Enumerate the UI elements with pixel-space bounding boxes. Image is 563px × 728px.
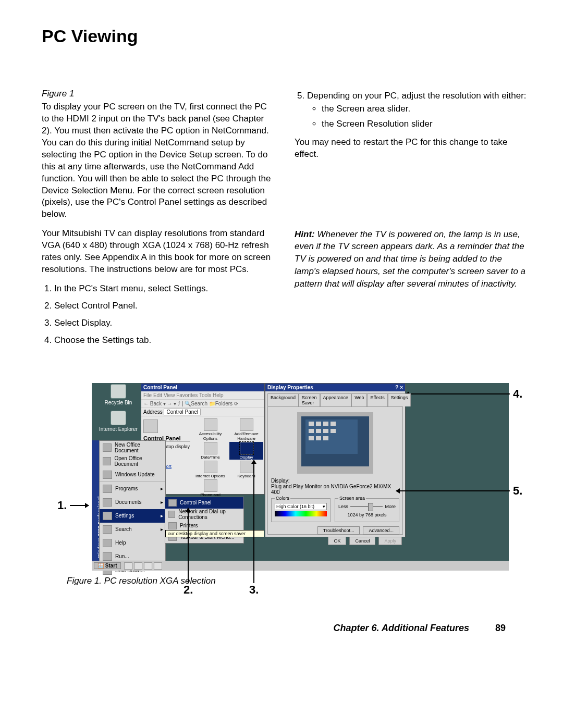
document-icon: [103, 457, 111, 465]
callout-4: 4.: [513, 387, 522, 401]
figure-1: 1. Recycle Bin Internet Explorer Control…: [67, 383, 520, 571]
cp-address-bar[interactable]: Address Control Panel: [141, 408, 264, 416]
arrow-4: [406, 393, 510, 394]
cp-folders-button[interactable]: Folders: [215, 401, 232, 406]
submenu-control-panel[interactable]: Control Panel: [165, 497, 243, 509]
submenu-label: Control Panel: [180, 500, 212, 505]
page-title: PC Viewing: [42, 26, 527, 46]
dp-tabs: Background Screen Saver Appearance Web E…: [265, 391, 405, 406]
desktop-icon-internet-explorer[interactable]: Internet Explorer: [95, 411, 142, 432]
screen-area-value: 1024 by 768 pixels: [338, 512, 396, 517]
printers-icon: [168, 522, 177, 529]
cp-back-button[interactable]: Back: [150, 401, 162, 406]
start-menu-label: Help: [115, 540, 126, 546]
cp-toolbar[interactable]: ← Back ▾ → ▾ ⤴ | 🔍Search 📁Folders ⟳: [141, 399, 264, 408]
documents-icon: [103, 498, 112, 507]
submenu-label: Printers: [180, 523, 198, 528]
advanced-button[interactable]: Advanced...: [363, 526, 399, 535]
address-value[interactable]: Control Panel: [164, 409, 201, 415]
callout-1: 1.: [57, 499, 67, 512]
figure-caption: Figure 1. PC resolution XGA selection: [67, 576, 527, 586]
footer-chapter: Chapter 6. Additional Features: [334, 623, 469, 634]
step-4: Choose the Settings tab.: [54, 335, 274, 347]
start-menu-settings[interactable]: Settings: [100, 509, 165, 523]
restart-note: You may need to restart the PC for this …: [295, 137, 527, 161]
screen-area-legend: Screen area: [338, 496, 366, 501]
start-menu-label: Settings: [115, 513, 134, 519]
hint-paragraph: Hint: Whenever the TV is powered on, the…: [295, 228, 527, 290]
network-icon: [168, 511, 175, 518]
dp-display-value: Plug and Play Monitor on NVIDIA GeForce2…: [271, 484, 391, 495]
tab-screensaver[interactable]: Screen Saver: [299, 393, 320, 406]
tab-settings[interactable]: Settings: [388, 393, 411, 406]
step-2: Select Control Panel.: [54, 300, 274, 312]
intro-paragraph-2: Your Mitsubishi TV can display resolutio…: [42, 228, 274, 276]
colors-select[interactable]: High Color (16 bit)▾: [275, 503, 327, 510]
cp-icon-keyboard[interactable]: Keyboard: [229, 461, 263, 478]
desktop-icon-recycle-bin[interactable]: Recycle Bin: [95, 384, 142, 405]
update-icon: [103, 471, 112, 479]
start-menu-documents[interactable]: Documents: [100, 496, 165, 509]
accessibility-icon: [204, 418, 217, 431]
taskbar: 🪟 Start: [92, 561, 509, 571]
dp-display-label: Display:: [271, 478, 290, 484]
tab-web[interactable]: Web: [351, 393, 367, 406]
slider-label-more: More: [385, 504, 396, 509]
start-button[interactable]: 🪟 Start: [94, 562, 121, 569]
cancel-button[interactable]: Cancel: [349, 537, 375, 545]
page-footer: Chapter 6. Additional Features 89: [0, 602, 563, 644]
start-menu-label: Documents: [115, 499, 142, 505]
start-menu-programs[interactable]: Programs: [100, 482, 165, 496]
start-menu-help[interactable]: Help: [100, 536, 165, 550]
apply-button[interactable]: Apply: [378, 537, 402, 545]
screen-area-slider[interactable]: [350, 506, 383, 507]
cp-icon-date-time[interactable]: Date/Time: [193, 442, 227, 460]
quick-launch[interactable]: [124, 562, 162, 570]
dp-titlebar: Display Properties ? ×: [265, 384, 405, 391]
cp-search-button[interactable]: Search: [191, 401, 207, 406]
control-panel-icon: [168, 499, 177, 507]
troubleshoot-button[interactable]: Troubleshoot...: [317, 526, 360, 535]
cp-menubar[interactable]: File Edit View Favorites Tools Help: [141, 391, 264, 399]
arrow-3: [253, 460, 254, 583]
step-5-intro: Depending on your PC, adjust the resolut…: [307, 91, 527, 101]
document-icon: [103, 443, 112, 452]
start-menu-search[interactable]: Search: [100, 523, 165, 536]
callout-3: 3.: [249, 583, 259, 597]
cp-icon-label: Accessibility Options: [193, 431, 227, 441]
hint-body: Whenever the TV is powered on, the lamp …: [295, 229, 525, 289]
display-properties-dialog: Display Properties ? × Background Screen…: [265, 383, 406, 537]
tab-appearance[interactable]: Appearance: [320, 393, 352, 406]
cp-icon-add-remove-hardware[interactable]: Add/Remove Hardware: [229, 418, 263, 441]
cp-icon-label: Date/Time: [193, 455, 227, 460]
tab-effects[interactable]: Effects: [367, 393, 387, 406]
monitor-preview: [297, 412, 373, 474]
start-menu-open-office-doc[interactable]: Open Office Document: [100, 454, 165, 468]
step-5-bullet-1: the Screen area slider.: [322, 103, 527, 115]
tab-background[interactable]: Background: [267, 393, 299, 406]
color-preview-bar: [275, 511, 327, 516]
arrow-5: [396, 490, 510, 491]
cp-icon-label: Add/Remove Hardware: [229, 431, 263, 441]
start-menu-label: Search: [115, 526, 132, 532]
hint-lead: Hint:: [295, 229, 315, 239]
desktop-screenshot: Recycle Bin Internet Explorer Control Pa…: [92, 383, 509, 571]
start-menu-new-office-doc[interactable]: New Office Document: [100, 441, 165, 454]
cp-icon-accessibility[interactable]: Accessibility Options: [193, 418, 227, 441]
programs-icon: [103, 485, 112, 493]
ok-button[interactable]: OK: [328, 537, 346, 545]
cp-icon-internet-options[interactable]: Internet Options: [193, 461, 227, 478]
start-menu-windows-update[interactable]: Windows Update: [100, 468, 165, 482]
figure-label: Figure 1: [42, 88, 274, 100]
submenu-network[interactable]: Network and Dial-up Connections: [165, 509, 243, 520]
cp-title: Control Panel: [143, 385, 177, 390]
colors-value: High Color (16 bit): [276, 504, 314, 509]
cp-icon-display[interactable]: Display: [229, 442, 263, 460]
start-menu: New Office Document Open Office Document…: [99, 440, 166, 562]
cp-hero-icon: [143, 419, 158, 433]
desktop-icon-label: Internet Explorer: [95, 426, 142, 432]
tooltip: our desktop display and screen saver: [165, 530, 264, 537]
dp-window-controls[interactable]: ? ×: [395, 385, 403, 390]
callout-2: 2.: [183, 583, 193, 597]
start-menu-label: Windows Update: [115, 472, 155, 477]
